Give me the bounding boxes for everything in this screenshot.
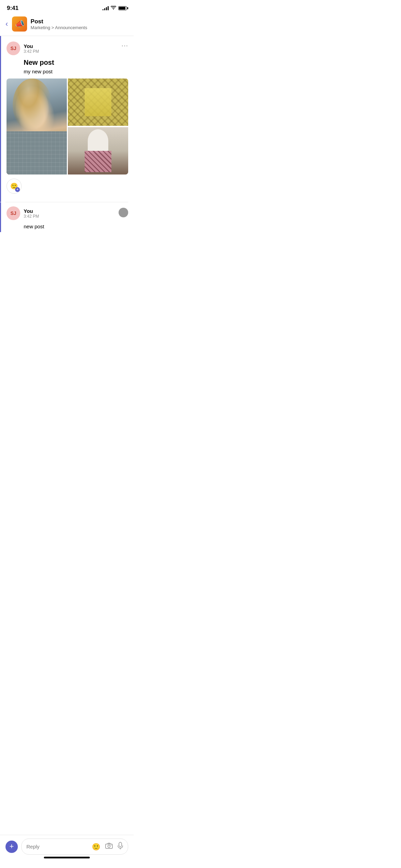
wifi-icon: [111, 6, 116, 11]
sender-info-2: You 3:42 PM: [24, 208, 39, 219]
sender-name-2: You: [24, 208, 39, 214]
message-header-left-2: SJ You 3:42 PM: [7, 206, 39, 220]
reply-message-body: new post: [24, 224, 128, 229]
svg-point-0: [113, 9, 114, 10]
avatar-2: SJ: [7, 206, 20, 220]
sender-info-1: You 3:42 PM: [24, 43, 39, 54]
message-time-2: 3:42 PM: [24, 214, 39, 219]
message-header-left-1: SJ You 3:42 PM: [7, 41, 39, 55]
reaction-area: 🙂 +: [7, 179, 128, 194]
back-button[interactable]: ‹: [5, 20, 8, 28]
channel-icon: 📣: [12, 16, 27, 32]
message-block-1: SJ You 3:42 PM ··· New post my new post: [0, 36, 134, 202]
signal-icon: [102, 6, 109, 10]
image-grid[interactable]: [7, 79, 128, 174]
message-time-1: 3:42 PM: [24, 49, 39, 54]
more-button-1[interactable]: ···: [121, 41, 128, 49]
message-body-1: my new post: [24, 69, 128, 74]
image-cell-1[interactable]: [7, 79, 67, 174]
nav-title: Post: [31, 18, 87, 25]
battery-icon: [118, 6, 127, 10]
image-cell-2[interactable]: [68, 79, 128, 126]
message-block-2: SJ You 3:42 PM ··· new post: [0, 202, 134, 232]
message-header-1: SJ You 3:42 PM ···: [7, 41, 128, 55]
reply-avatar-indicator: [119, 208, 128, 217]
message-header-2: SJ You 3:42 PM ···: [7, 206, 128, 220]
status-icons: [102, 6, 127, 11]
image-2[interactable]: [68, 79, 128, 126]
nav-bar: ‹ 📣 Post Marketing > Announcements: [0, 14, 134, 36]
message-title-1: New post: [24, 59, 128, 67]
nav-subtitle: Marketing > Announcements: [31, 25, 87, 30]
image-1[interactable]: [7, 79, 67, 174]
avatar-1: SJ: [7, 41, 20, 55]
nav-title-group: Post Marketing > Announcements: [31, 18, 87, 30]
plus-icon: +: [15, 187, 20, 192]
image-cell-3[interactable]: [68, 127, 128, 175]
add-reaction-button[interactable]: 🙂 +: [7, 179, 22, 194]
status-time: 9:41: [7, 5, 19, 12]
image-3[interactable]: [68, 127, 128, 174]
status-bar: 9:41: [0, 0, 134, 14]
sender-name-1: You: [24, 43, 39, 49]
thread-scroll: SJ You 3:42 PM ··· New post my new post: [0, 36, 134, 263]
